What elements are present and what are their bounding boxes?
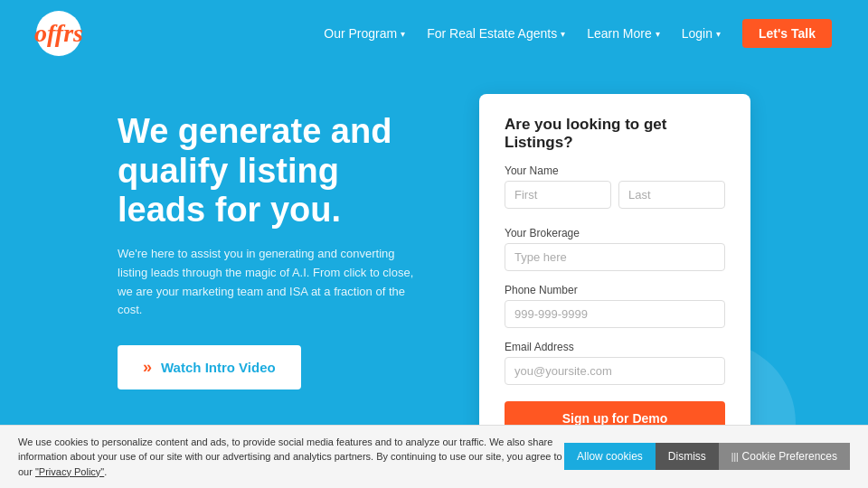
cookie-actions: Allow cookies Dismiss ||| Cookie Prefere… [564,443,850,470]
lets-talk-button[interactable]: Let's Talk [742,19,832,48]
last-name-input[interactable] [618,181,725,209]
phone-label: Phone Number [505,284,725,296]
chevron-down-icon: ▾ [656,29,660,39]
name-row [505,181,725,218]
hero-section: We generate and qualify listing leads fo… [0,67,868,486]
chevron-down-icon: ▾ [716,29,721,39]
name-label: Your Name [505,164,725,177]
first-name-input[interactable] [505,181,611,209]
nav-learn-more[interactable]: Learn More ▾ [587,26,660,41]
phone-input[interactable] [505,300,725,328]
phone-group: Phone Number [505,284,725,337]
allow-cookies-button[interactable]: Allow cookies [564,443,656,470]
logo[interactable]: offrs [36,11,81,56]
dismiss-button[interactable]: Dismiss [656,443,719,470]
hero-title: We generate and qualify listing leads fo… [118,112,425,230]
email-input[interactable] [505,357,725,385]
chevron-down-icon: ▾ [401,29,405,39]
cookie-text: We use cookies to personalize content an… [18,435,564,480]
nav-our-program[interactable]: Our Program ▾ [324,26,405,41]
hero-subtitle: We're here to assist you in generating a… [118,245,425,320]
brokerage-input[interactable] [505,243,725,271]
nav-real-estate-agents[interactable]: For Real Estate Agents ▾ [427,26,565,41]
chevron-down-icon: ▾ [561,29,565,39]
bars-icon: ||| [731,452,739,462]
email-group: Email Address [505,341,725,394]
cookie-bar: We use cookies to personalize content an… [0,425,868,489]
form-heading: Are you looking to get Listings? [505,116,725,152]
watch-intro-button[interactable]: » Watch Intro Video [118,345,301,389]
cookie-preferences-button[interactable]: ||| Cookie Preferences [719,443,850,470]
nav-login[interactable]: Login ▾ [682,26,721,41]
privacy-policy-cookie-link[interactable]: "Privacy Policy" [35,466,104,477]
email-label: Email Address [505,341,725,353]
navbar: offrs Our Program ▾ For Real Estate Agen… [0,0,868,67]
chevrons-icon: » [143,358,152,377]
brokerage-group: Your Brokerage [505,227,725,280]
nav-links: Our Program ▾ For Real Estate Agents ▾ L… [324,19,832,48]
brokerage-label: Your Brokerage [505,227,725,239]
hero-left-content: We generate and qualify listing leads fo… [118,94,425,389]
